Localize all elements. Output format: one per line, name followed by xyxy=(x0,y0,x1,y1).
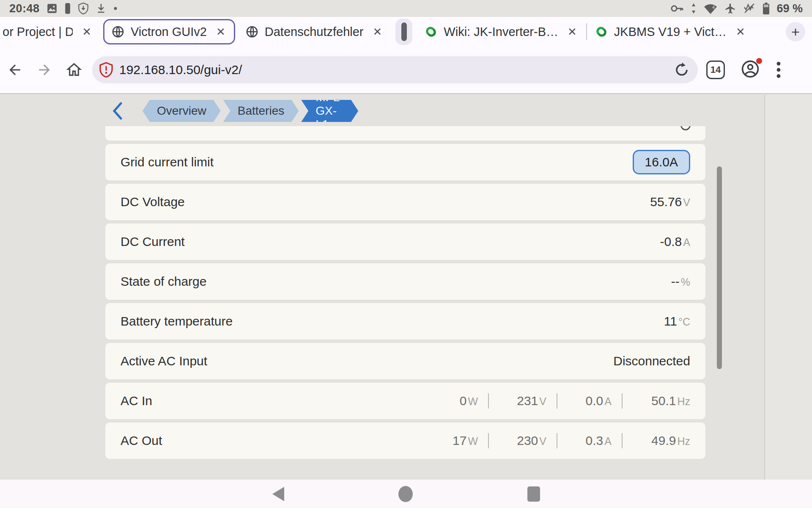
row-ac-out[interactable]: AC Out17W230V0.3A49.9Hz xyxy=(105,422,705,459)
value-group: 0.0A xyxy=(568,394,612,408)
value-group: Disconnected xyxy=(613,354,690,368)
tab-strip: or Project | Down…✕Victron GUIv2✕Datensc… xyxy=(0,17,812,47)
row-ac-in[interactable]: AC In0W231V0.0A50.1Hz xyxy=(105,383,705,419)
row-active-ac-input[interactable]: Active AC InputDisconnected xyxy=(105,343,705,379)
value-group: 0W xyxy=(436,394,478,408)
partial-icon xyxy=(680,126,691,130)
notification-dot-icon xyxy=(113,6,118,11)
gutter-divider xyxy=(764,95,765,480)
tab-close-icon[interactable]: ✕ xyxy=(213,25,229,39)
value: 55.76 xyxy=(650,195,682,209)
value-group: 0.3A xyxy=(568,433,612,448)
url-bar[interactable]: 192.168.10.50/gui-v2/ xyxy=(92,56,698,83)
value-separator xyxy=(622,393,623,409)
value: -- xyxy=(671,274,680,289)
breadcrumb-item-mp2-gx-l1[interactable]: MP2-GX-L1 xyxy=(301,100,358,122)
android-nav-bar xyxy=(0,480,812,508)
green-link-icon xyxy=(595,25,608,39)
tab-group-indicator[interactable] xyxy=(395,19,412,45)
value-group: -0.8A xyxy=(660,235,690,249)
value: 0.3 xyxy=(586,433,604,448)
tab-title: Datenschutzfehler xyxy=(265,25,364,39)
value-group: 17W xyxy=(436,433,478,448)
security-warning-icon[interactable] xyxy=(99,62,113,78)
unit: A xyxy=(604,435,612,447)
grid-current-limit-button[interactable]: 16.0A xyxy=(633,150,690,174)
new-tab-button[interactable]: + xyxy=(786,22,805,41)
row-values: -0.8A xyxy=(660,235,690,249)
tab-close-icon[interactable]: ✕ xyxy=(732,25,749,39)
forward-arrow-icon[interactable] xyxy=(30,62,59,78)
home-icon[interactable] xyxy=(59,62,89,78)
row-values: 0W231V0.0A50.1Hz xyxy=(436,393,690,409)
tab-switcher-button[interactable]: 14 xyxy=(706,61,725,79)
tab-jkbms-v19-vict[interactable]: JKBMS V19 + Vict…✕ xyxy=(587,17,754,47)
value: 49.9 xyxy=(651,433,676,448)
vpn-key-icon xyxy=(670,4,684,13)
value-group: 55.76V xyxy=(650,195,690,209)
row-values: 17W230V0.3A49.9Hz xyxy=(436,433,690,448)
unit: °C xyxy=(678,316,690,328)
value: 231 xyxy=(517,394,538,408)
value: Disconnected xyxy=(613,354,690,368)
globe-icon xyxy=(111,25,125,39)
value: 0.0 xyxy=(586,394,604,408)
page-content: OverviewBatteriesMP2-GX-L1 Grid current … xyxy=(0,95,812,480)
tab-close-icon[interactable]: ✕ xyxy=(564,25,580,39)
wifi-4-icon: 4 xyxy=(703,3,718,14)
value: 17 xyxy=(453,433,466,448)
battery-percent: 69 % xyxy=(776,2,803,15)
row-label: State of charge xyxy=(121,274,206,289)
nav-home-icon[interactable] xyxy=(398,486,413,502)
unit: W xyxy=(468,435,478,447)
reload-icon[interactable] xyxy=(674,62,689,77)
tab-title: Wiki: JK-Inverter-B… xyxy=(444,25,558,39)
row-state-of-charge[interactable]: State of charge--% xyxy=(105,263,705,300)
unit: W xyxy=(468,395,478,408)
breadcrumb-item-batteries[interactable]: Batteries xyxy=(223,100,299,122)
status-bar: 20:48 4 69 % xyxy=(0,0,812,17)
unit: V xyxy=(683,196,690,209)
row-battery-temperature[interactable]: Battery temperature11°C xyxy=(105,303,705,340)
row-grid-current-limit[interactable]: Grid current limit16.0A xyxy=(105,144,705,180)
tab-datenschutzfehler[interactable]: Datenschutzfehler✕ xyxy=(238,17,392,47)
row-label: AC In xyxy=(121,394,152,408)
download-icon xyxy=(96,3,107,14)
row-label: Active AC Input xyxy=(121,354,207,368)
row-dc-current[interactable]: DC Current-0.8A xyxy=(105,224,705,260)
updown-arrows-icon xyxy=(691,3,697,14)
scrollbar-thumb[interactable] xyxy=(717,166,722,369)
tab-group-bar-icon xyxy=(401,22,407,41)
row-dc-voltage[interactable]: DC Voltage55.76V xyxy=(105,184,705,220)
unit: Hz xyxy=(677,435,690,447)
breadcrumb-back-button[interactable] xyxy=(111,101,123,123)
row-label: DC Current xyxy=(121,235,185,249)
back-arrow-icon[interactable] xyxy=(0,62,30,78)
notification-dot xyxy=(756,58,762,64)
tab-wiki-jk-inverter-b[interactable]: Wiki: JK-Inverter-B…✕ xyxy=(417,17,586,47)
tab-victron-guiv2[interactable]: Victron GUIv2✕ xyxy=(103,19,235,44)
tab-or-project-down[interactable]: or Project | Down…✕ xyxy=(0,17,101,47)
globe-icon xyxy=(245,25,259,39)
tab-close-icon[interactable]: ✕ xyxy=(79,25,95,39)
row-label: Battery temperature xyxy=(121,314,233,329)
value-group: 11°C xyxy=(664,314,690,329)
value-group: 231V xyxy=(499,394,546,408)
row-values: 16.0A xyxy=(633,150,690,174)
nav-back-icon[interactable] xyxy=(272,487,284,501)
value-separator xyxy=(488,393,489,409)
nav-recents-icon[interactable] xyxy=(527,486,540,502)
url-text[interactable]: 192.168.10.50/gui-v2/ xyxy=(119,63,674,77)
row-label: Grid current limit xyxy=(121,155,214,169)
unit: A xyxy=(604,395,612,408)
value: 11 xyxy=(664,314,677,329)
value: 0 xyxy=(460,394,467,408)
breadcrumb-item-overview[interactable]: Overview xyxy=(143,100,221,122)
tab-close-icon[interactable]: ✕ xyxy=(370,25,386,39)
profile-button[interactable] xyxy=(741,60,760,80)
menu-icon[interactable] xyxy=(776,61,782,79)
unit: V xyxy=(539,435,546,447)
browser-toolbar: 192.168.10.50/gui-v2/ 14 xyxy=(0,47,812,94)
value-group: 49.9Hz xyxy=(633,433,690,448)
value-group: 230V xyxy=(499,433,546,448)
